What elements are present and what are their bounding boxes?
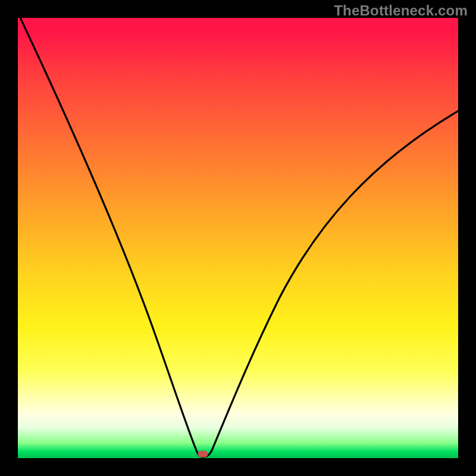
chart-frame: TheBottleneck.com — [0, 0, 476, 476]
plot-area — [18, 18, 458, 458]
bottleneck-curve — [18, 18, 458, 458]
watermark-text: TheBottleneck.com — [334, 2, 468, 19]
curve-path — [18, 18, 458, 457]
optimal-marker — [198, 451, 208, 458]
